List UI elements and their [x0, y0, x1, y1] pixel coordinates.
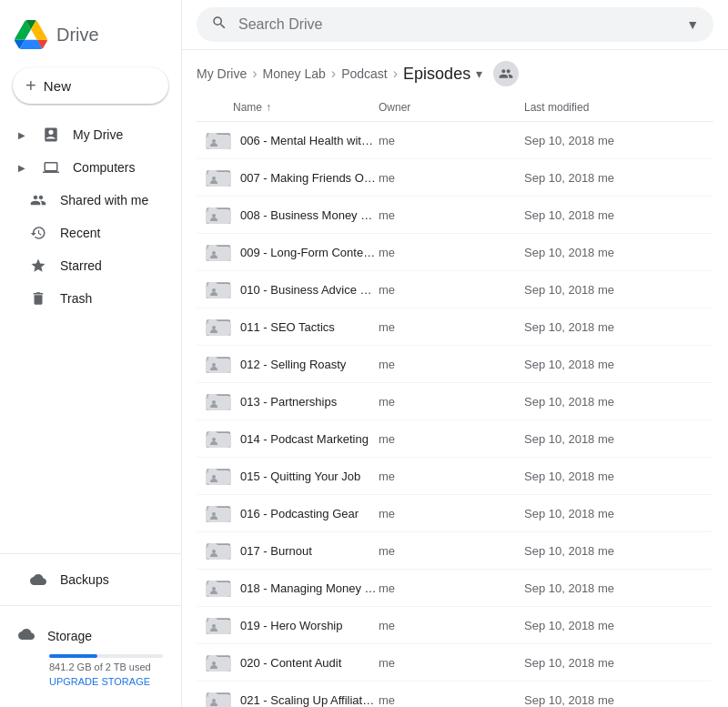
sidebar-item-label: Recent: [60, 226, 100, 240]
file-name: 019 - Hero Worship: [240, 619, 379, 632]
col-modified-header[interactable]: Last modified: [524, 101, 706, 114]
table-row[interactable]: 014 - Podcast Marketing me Sep 10, 2018 …: [197, 420, 713, 458]
folder-icon: [204, 538, 233, 563]
file-modified: Sep 10, 2018 me: [524, 693, 706, 707]
folder-icon: [204, 463, 233, 489]
expand-icon: ▶: [18, 130, 27, 140]
table-row[interactable]: 017 - Burnout me Sep 10, 2018 me: [197, 532, 713, 570]
file-modified: Sep 10, 2018 me: [524, 283, 706, 297]
shared-people-icon[interactable]: [493, 61, 519, 86]
svg-point-34: [212, 288, 216, 292]
breadcrumb-money-lab[interactable]: Money Lab: [263, 66, 326, 81]
table-row[interactable]: 010 - Business Advice with Barron Cuadro…: [197, 271, 713, 308]
file-owner: me: [379, 395, 524, 409]
file-name: 016 - Podcasting Gear: [240, 507, 379, 520]
name-header-label: Name: [233, 101, 262, 114]
backups-icon: [29, 571, 47, 589]
folder-icon: [204, 351, 233, 377]
svg-point-13: [212, 177, 216, 180]
sidebar-item-recent[interactable]: Recent: [0, 217, 170, 249]
sidebar-item-backups[interactable]: Backups: [0, 563, 170, 596]
table-row[interactable]: 012 - Selling Roasty me Sep 10, 2018 me: [197, 346, 713, 383]
file-owner: me: [379, 507, 524, 520]
sidebar-item-my-drive[interactable]: ▶ My Drive: [0, 118, 170, 151]
sidebar-item-starred[interactable]: Starred: [0, 249, 170, 282]
computers-icon: [42, 158, 60, 177]
table-row[interactable]: 008 - Business Money with Stephanie Hall…: [197, 197, 713, 234]
file-name: 008 - Business Money with Stephanie Hall…: [240, 208, 379, 222]
breadcrumb-my-drive[interactable]: My Drive: [197, 66, 247, 81]
svg-point-6: [212, 139, 216, 143]
storage-bar: [49, 654, 163, 658]
folder-icon: [204, 426, 233, 451]
starred-icon: [29, 257, 47, 275]
topbar: ▼: [182, 0, 728, 50]
file-modified: Sep 10, 2018 me: [524, 656, 706, 670]
table-row[interactable]: 007 - Making Friends Online with Nathani…: [197, 159, 713, 197]
table-row[interactable]: 006 - Mental Health with Justin Jackson …: [197, 122, 713, 159]
sidebar: Drive + New ▶ My Drive ▶ Computers Share…: [0, 0, 182, 707]
folder-icon: [204, 650, 233, 675]
file-owner: me: [379, 470, 524, 483]
table-row[interactable]: 021 - Scaling Up Affiliate Marketing me …: [197, 682, 713, 707]
storage-label[interactable]: Storage: [18, 626, 163, 645]
search-icon: [211, 15, 228, 35]
storage-icon: [18, 626, 35, 645]
svg-point-55: [212, 400, 216, 404]
col-name-header[interactable]: Name ↑: [233, 101, 379, 114]
svg-point-41: [212, 326, 216, 329]
table-row[interactable]: 013 - Partnerships me Sep 10, 2018 me: [197, 383, 713, 420]
file-modified: Sep 10, 2018 me: [524, 544, 706, 558]
folder-icon: [204, 575, 233, 601]
file-modified: Sep 10, 2018 me: [524, 507, 706, 520]
storage-bar-fill: [49, 654, 97, 658]
sidebar-item-label: Starred: [60, 258, 102, 273]
table-row[interactable]: 011 - SEO Tactics me Sep 10, 2018 me: [197, 308, 713, 346]
expand-icon: ▶: [18, 163, 27, 173]
file-owner: me: [379, 283, 524, 297]
file-name: 020 - Content Audit: [240, 656, 379, 670]
svg-point-76: [212, 512, 216, 516]
file-name: 014 - Podcast Marketing: [240, 432, 379, 446]
file-name: 018 - Managing Money in Business: [240, 581, 379, 595]
file-modified: Sep 10, 2018 me: [524, 395, 706, 409]
sidebar-header: Drive: [0, 9, 181, 67]
file-name: 009 - Long-Form Content with Michelle Lo…: [240, 246, 379, 259]
table-row[interactable]: 020 - Content Audit me Sep 10, 2018 me: [197, 644, 713, 682]
breadcrumb-episodes[interactable]: Episodes: [403, 65, 470, 84]
folder-icon: [204, 239, 233, 265]
shared-icon: [29, 191, 47, 209]
sidebar-item-computers[interactable]: ▶ Computers: [0, 151, 170, 184]
table-row[interactable]: 015 - Quitting Your Job me Sep 10, 2018 …: [197, 458, 713, 495]
svg-point-69: [212, 475, 216, 479]
folder-icon: [204, 127, 233, 153]
sidebar-nav: ▶ My Drive ▶ Computers Shared with me Re…: [0, 118, 181, 544]
breadcrumb-sep-1: ›: [252, 66, 257, 82]
upgrade-storage-link[interactable]: UPGRADE STORAGE: [49, 676, 163, 687]
sidebar-item-trash[interactable]: Trash: [0, 282, 170, 315]
breadcrumb-podcast[interactable]: Podcast: [341, 66, 388, 81]
folder-icon: [204, 612, 233, 638]
search-input[interactable]: [238, 16, 675, 33]
breadcrumb-sep-2: ›: [331, 66, 336, 82]
file-rows: 006 - Mental Health with Justin Jackson …: [197, 122, 713, 707]
breadcrumb-dropdown-icon[interactable]: ▾: [476, 66, 482, 81]
table-row[interactable]: 019 - Hero Worship me Sep 10, 2018 me: [197, 607, 713, 644]
table-row[interactable]: 018 - Managing Money in Business me Sep …: [197, 570, 713, 607]
storage-section: Storage 841.2 GB of 2 TB used UPGRADE ST…: [0, 615, 181, 698]
file-owner: me: [379, 432, 524, 446]
new-button[interactable]: + New: [13, 67, 168, 104]
search-bar[interactable]: ▼: [197, 7, 713, 42]
file-list-header: Name ↑ Owner Last modified: [197, 94, 713, 122]
sidebar-item-label: Computers: [73, 160, 135, 175]
sidebar-item-shared[interactable]: Shared with me: [0, 184, 170, 217]
sidebar-item-label: My Drive: [73, 127, 123, 142]
file-owner: me: [379, 320, 524, 334]
table-row[interactable]: 009 - Long-Form Content with Michelle Lo…: [197, 234, 713, 271]
table-row[interactable]: 016 - Podcasting Gear me Sep 10, 2018 me: [197, 495, 713, 532]
col-owner-header[interactable]: Owner: [379, 101, 524, 114]
file-owner: me: [379, 171, 524, 185]
file-modified: Sep 10, 2018 me: [524, 246, 706, 259]
breadcrumb: My Drive › Money Lab › Podcast › Episode…: [182, 50, 728, 94]
search-dropdown-icon[interactable]: ▼: [686, 17, 699, 32]
